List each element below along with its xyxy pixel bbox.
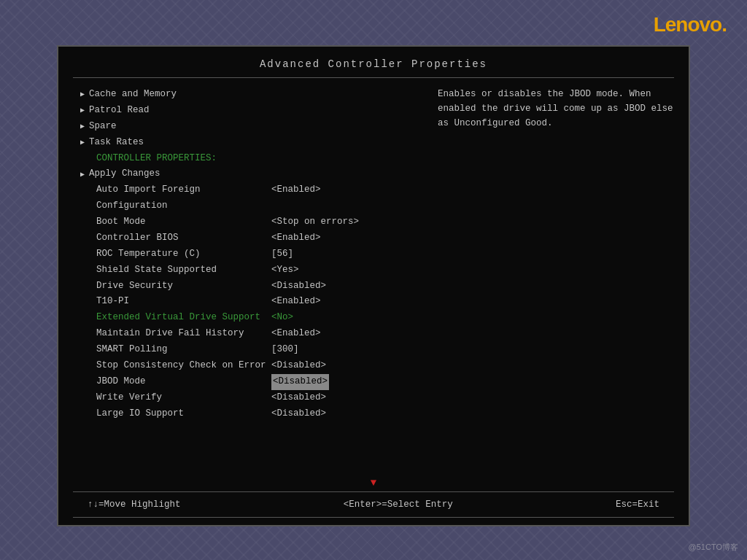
menu-item-cache[interactable]: Cache and Memory xyxy=(80,87,423,103)
prop-label-writeverify: Write Verify xyxy=(96,390,271,406)
prop-row-drivesecurity[interactable]: Drive Security <Disabled> xyxy=(80,279,423,295)
scroll-down-arrow: ▼ xyxy=(58,477,689,489)
menu-item-patrol-label: Patrol Read xyxy=(89,103,150,119)
lenovo-logo: Lenovo. xyxy=(654,13,727,36)
prop-row-largeio[interactable]: Large IO Support <Disabled> xyxy=(80,406,423,422)
prop-row-maintaindrive[interactable]: Maintain Drive Fail History <Enabled> xyxy=(80,326,423,342)
prop-label-jbodmode: JBOD Mode xyxy=(96,374,271,390)
footer-move: ↑↓=Move Highlight xyxy=(88,499,181,510)
prop-value-bootmode: <Stop on errors> xyxy=(271,214,359,230)
prop-value-t10pi: <Enabled> xyxy=(271,294,321,310)
prop-value-drivesecurity: <Disabled> xyxy=(271,279,326,295)
menu-item-cache-label: Cache and Memory xyxy=(89,87,177,103)
main-window: Advanced Controller Properties Cache and… xyxy=(57,45,690,526)
prop-label-roctemp: ROC Temperature (C) xyxy=(96,246,271,262)
prop-label-controllerbios: Controller BIOS xyxy=(96,230,271,246)
prop-row-bootmode[interactable]: Boot Mode <Stop on errors> xyxy=(80,214,423,230)
prop-value-jbodmode: <Disabled> xyxy=(271,374,329,390)
bottom-line-separator xyxy=(73,517,674,518)
prop-label-drivesecurity: Drive Security xyxy=(96,279,271,295)
prop-label-bootmode: Boot Mode xyxy=(96,214,271,230)
footer-select: <Enter>=Select Entry xyxy=(344,499,453,510)
menu-item-apply[interactable]: Apply Changes xyxy=(80,166,423,182)
menu-item-spare-label: Spare xyxy=(89,119,117,135)
section-header-controller: CONTROLLER PROPERTIES: xyxy=(80,151,423,167)
prop-value-autoimport: <Enabled> xyxy=(271,182,321,198)
window-title: Advanced Controller Properties xyxy=(58,47,689,77)
prop-label-shieldstate: Shield State Supported xyxy=(96,262,271,279)
prop-row-roctemp[interactable]: ROC Temperature (C) [56] xyxy=(80,246,423,262)
footer: ↑↓=Move Highlight <Enter>=Select Entry E… xyxy=(58,492,689,517)
prop-row-extendedvd[interactable]: Extended Virtual Drive Support <No> xyxy=(80,310,423,326)
left-panel: Cache and Memory Patrol Read Spare Task … xyxy=(58,87,423,477)
prop-label-extendedvd: Extended Virtual Drive Support xyxy=(96,310,271,326)
prop-label-autoimport: Auto Import Foreign xyxy=(96,182,271,198)
prop-row-configuration[interactable]: Configuration xyxy=(80,198,423,214)
watermark: @51CTO博客 xyxy=(689,542,738,553)
prop-row-shieldstate[interactable]: Shield State Supported <Yes> xyxy=(80,262,423,279)
help-text: Enables or disables the JBOD mode. When … xyxy=(438,89,673,128)
right-panel: Enables or disables the JBOD mode. When … xyxy=(423,87,689,477)
prop-value-extendedvd: <No> xyxy=(271,310,293,326)
prop-row-smartpolling[interactable]: SMART Polling [300] xyxy=(80,342,423,358)
prop-row-writeverify[interactable]: Write Verify <Disabled> xyxy=(80,390,423,406)
prop-label-stopconsistency: Stop Consistency Check on Error xyxy=(96,358,271,374)
prop-value-stopconsistency: <Disabled> xyxy=(271,358,326,374)
menu-item-taskrates-label: Task Rates xyxy=(89,135,144,151)
prop-row-controllerbios[interactable]: Controller BIOS <Enabled> xyxy=(80,230,423,246)
footer-exit: Esc=Exit xyxy=(616,499,659,510)
prop-row-autoimport[interactable]: Auto Import Foreign <Enabled> xyxy=(80,182,423,198)
prop-label-t10pi: T10-PI xyxy=(96,294,271,310)
menu-item-taskrates[interactable]: Task Rates xyxy=(80,135,423,151)
content-area: Cache and Memory Patrol Read Spare Task … xyxy=(58,78,689,477)
menu-item-patrol[interactable]: Patrol Read xyxy=(80,103,423,119)
prop-row-t10pi[interactable]: T10-PI <Enabled> xyxy=(80,294,423,310)
prop-value-smartpolling: [300] xyxy=(271,342,299,358)
menu-item-spare[interactable]: Spare xyxy=(80,119,423,135)
prop-row-stopconsistency[interactable]: Stop Consistency Check on Error <Disable… xyxy=(80,358,423,374)
prop-label-configuration: Configuration xyxy=(96,198,271,214)
prop-value-controllerbios: <Enabled> xyxy=(271,230,321,246)
prop-value-writeverify: <Disabled> xyxy=(271,390,326,406)
lenovo-logo-dot: . xyxy=(721,13,727,36)
prop-label-smartpolling: SMART Polling xyxy=(96,342,271,358)
prop-label-maintaindrive: Maintain Drive Fail History xyxy=(96,326,271,342)
prop-value-maintaindrive: <Enabled> xyxy=(271,326,321,342)
prop-label-largeio: Large IO Support xyxy=(96,406,271,422)
prop-value-shieldstate: <Yes> xyxy=(271,262,299,279)
menu-item-apply-label: Apply Changes xyxy=(89,166,160,182)
prop-row-jbodmode[interactable]: JBOD Mode <Disabled> xyxy=(80,374,423,390)
prop-value-roctemp: [56] xyxy=(271,246,293,262)
lenovo-logo-text: Lenovo xyxy=(654,13,722,36)
prop-value-largeio: <Disabled> xyxy=(271,406,326,422)
